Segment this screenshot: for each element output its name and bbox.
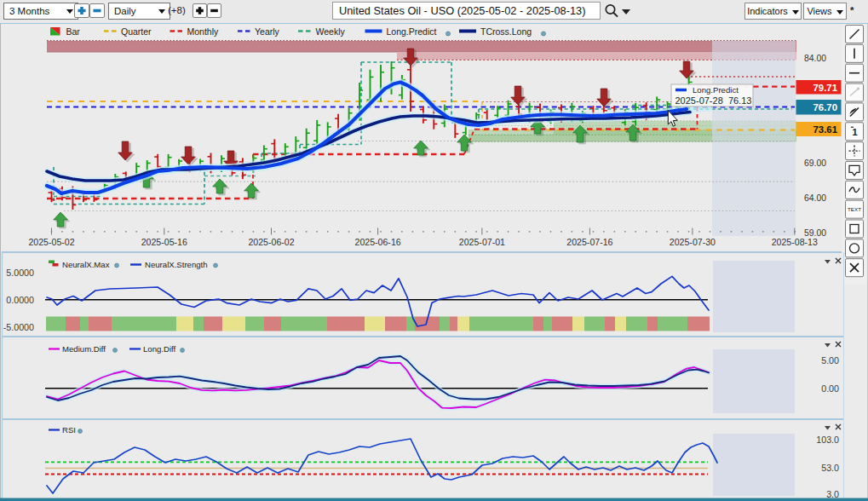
svg-text:2025-05-02: 2025-05-02 [28, 237, 74, 247]
svg-text:TCross.Long: TCross.Long [480, 26, 532, 37]
svg-text:NeuralX.Strength: NeuralX.Strength [145, 260, 208, 269]
svg-text:TEXT: TEXT [848, 206, 861, 212]
svg-text:Monthly: Monthly [187, 26, 220, 37]
svg-text:Long.Predict: Long.Predict [693, 85, 739, 95]
svg-text:5.00: 5.00 [821, 355, 839, 366]
svg-text:2025-06-16: 2025-06-16 [354, 237, 400, 247]
svg-text:0.0000: 0.0000 [6, 295, 34, 305]
svg-text:RSI: RSI [62, 425, 76, 435]
svg-text:73.61: 73.61 [813, 124, 837, 135]
svg-text:2025-07-30: 2025-07-30 [670, 237, 716, 247]
svg-text:2025-06-02: 2025-06-02 [248, 237, 294, 247]
svg-text:1: 1 [852, 127, 857, 137]
svg-text:Yearly: Yearly [255, 26, 280, 37]
svg-text:2025-07-16: 2025-07-16 [566, 237, 612, 247]
svg-text:103.0: 103.0 [816, 435, 839, 445]
svg-text:84.00: 84.00 [804, 54, 826, 63]
svg-text:2025-07-28 76.13: 2025-07-28 76.13 [675, 95, 752, 106]
svg-text:NeuralX.Max: NeuralX.Max [62, 260, 110, 269]
svg-text:Long.Diff: Long.Diff [143, 344, 176, 354]
svg-text:-5.0000: -5.0000 [3, 322, 34, 332]
svg-text:3.0: 3.0 [826, 489, 839, 499]
svg-text:Quarter: Quarter [121, 26, 152, 37]
svg-text:76.70: 76.70 [813, 102, 837, 112]
svg-text:64.00: 64.00 [804, 193, 826, 203]
svg-text:2025-05-16: 2025-05-16 [141, 237, 187, 247]
svg-text:2025-08-13: 2025-08-13 [772, 237, 818, 247]
svg-text:Medium.Diff: Medium.Diff [62, 344, 106, 354]
svg-text:69.00: 69.00 [804, 158, 826, 168]
svg-text:Weekly: Weekly [316, 26, 346, 37]
svg-text:Long.Predict: Long.Predict [387, 26, 437, 37]
svg-text:53.0: 53.0 [821, 463, 839, 473]
svg-text:Bar: Bar [66, 26, 81, 37]
svg-text:5.0000: 5.0000 [6, 268, 34, 278]
svg-text:79.71: 79.71 [813, 83, 837, 93]
svg-text:2025-07-01: 2025-07-01 [459, 237, 505, 247]
svg-text:59.00: 59.00 [804, 228, 826, 238]
svg-text:0.00: 0.00 [821, 383, 839, 394]
